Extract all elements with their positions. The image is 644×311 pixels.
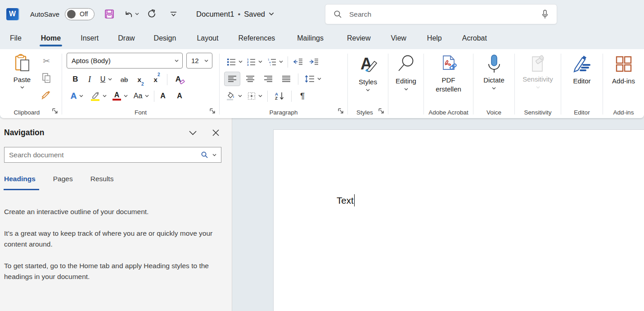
tab-design[interactable]: Design bbox=[147, 30, 183, 48]
chevron-down-icon bbox=[189, 131, 197, 135]
addins-group-label: Add-ins bbox=[603, 109, 644, 116]
pdf-label-line1: PDF bbox=[441, 76, 455, 84]
numbering-button[interactable]: 1 2 3 bbox=[244, 55, 264, 69]
clear-formatting-button[interactable]: A bbox=[170, 72, 187, 87]
dictate-microphone-icon bbox=[487, 54, 501, 75]
app-search-bar[interactable] bbox=[325, 4, 557, 24]
nav-paragraph: It’s a great way to keep track of where … bbox=[4, 228, 221, 250]
multilevel-chevron-icon bbox=[279, 60, 283, 63]
font-size-combo[interactable]: 12 bbox=[186, 53, 212, 69]
tab-insert[interactable]: Insert bbox=[74, 30, 105, 48]
font-color-button[interactable]: A bbox=[110, 89, 131, 103]
change-case-button[interactable]: Aa bbox=[131, 89, 152, 103]
styles-dialog-launcher[interactable] bbox=[378, 108, 385, 114]
document-title[interactable]: Document1 • Saved bbox=[196, 10, 274, 18]
undo-button[interactable] bbox=[121, 6, 141, 22]
ribbon-group-paragraph: 1 2 3 1 a i bbox=[220, 49, 347, 118]
tab-mailings[interactable]: Mailings bbox=[290, 30, 330, 48]
align-center-button[interactable] bbox=[242, 72, 258, 86]
navigation-collapse-button[interactable] bbox=[188, 128, 197, 137]
underline-button[interactable]: U bbox=[97, 72, 116, 87]
navigation-search-box[interactable] bbox=[4, 147, 221, 163]
font-dialog-launcher[interactable] bbox=[209, 108, 216, 114]
editor-icon bbox=[572, 54, 592, 74]
align-center-icon bbox=[246, 75, 255, 82]
borders-button[interactable] bbox=[244, 89, 265, 103]
tab-references[interactable]: References bbox=[231, 30, 282, 48]
line-spacing-button[interactable] bbox=[302, 72, 324, 86]
bold-button[interactable]: B bbox=[68, 72, 82, 87]
nav-tab-pages[interactable]: Pages bbox=[53, 175, 73, 190]
dictate-chevron-icon bbox=[492, 87, 496, 90]
styles-icon: A bbox=[358, 54, 378, 75]
shading-button[interactable] bbox=[223, 89, 244, 103]
pilcrow-glyph: ¶ bbox=[300, 91, 305, 101]
multilevel-list-button[interactable]: 1 a i bbox=[265, 55, 285, 69]
italic-button[interactable]: I bbox=[83, 72, 96, 87]
strikethrough-button[interactable]: ab bbox=[116, 72, 132, 87]
addins-button[interactable]: Add-ins bbox=[603, 49, 644, 118]
navigation-pane-title: Navigation bbox=[4, 128, 44, 137]
tab-review[interactable]: Review bbox=[340, 30, 377, 48]
tab-view[interactable]: View bbox=[384, 30, 413, 48]
text-effects-icon: A bbox=[71, 91, 77, 101]
microphone-icon[interactable] bbox=[541, 9, 549, 19]
editing-button[interactable]: Editing bbox=[388, 49, 423, 118]
sort-button[interactable]: A Z bbox=[270, 89, 289, 103]
format-painter-button[interactable] bbox=[40, 89, 53, 101]
customize-quick-access-button[interactable] bbox=[166, 6, 181, 22]
shrink-font-button[interactable]: A bbox=[173, 89, 189, 103]
ribbon-group-editing: Editing bbox=[388, 49, 423, 118]
editor-button[interactable]: Editor bbox=[561, 49, 603, 118]
align-left-button[interactable] bbox=[224, 72, 240, 86]
document-search-input[interactable] bbox=[9, 151, 201, 159]
tab-file[interactable]: File bbox=[3, 30, 28, 48]
word-logo-icon[interactable]: W bbox=[6, 8, 18, 20]
subscript-button[interactable]: x2 bbox=[133, 72, 149, 87]
dictate-button[interactable]: Dictate bbox=[473, 49, 514, 118]
title-bar: W AutoSave Off Document1 • Sa bbox=[0, 0, 644, 28]
justify-button[interactable] bbox=[278, 72, 294, 86]
grow-font-button[interactable]: A bbox=[157, 89, 173, 103]
highlight-button[interactable] bbox=[88, 89, 109, 103]
pdf-erstellen-button[interactable]: PDF erstellen bbox=[424, 49, 473, 118]
change-case-glyph: Aa bbox=[134, 92, 143, 100]
search-document-icon[interactable] bbox=[201, 151, 208, 159]
document-text-line[interactable]: Text bbox=[337, 194, 355, 206]
nav-tab-headings[interactable]: Headings bbox=[4, 175, 36, 190]
save-button[interactable] bbox=[102, 6, 117, 22]
tab-home[interactable]: Home bbox=[34, 30, 68, 48]
document-page[interactable]: Text bbox=[273, 129, 644, 311]
font-name-combo[interactable]: Aptos (Body) bbox=[67, 53, 183, 69]
nav-paragraph: To get started, go to the Home tab and a… bbox=[4, 261, 221, 282]
subscript-glyph: x bbox=[138, 76, 141, 83]
navigation-pane: Navigation Headings bbox=[0, 118, 232, 311]
search-options-chevron-icon[interactable] bbox=[212, 154, 216, 156]
numbering-icon: 1 2 3 bbox=[247, 58, 256, 66]
undo-icon bbox=[123, 9, 135, 19]
show-hide-pilcrow-button[interactable]: ¶ bbox=[294, 89, 311, 103]
tab-help[interactable]: Help bbox=[420, 30, 449, 48]
copy-button[interactable] bbox=[40, 72, 53, 84]
nav-tab-results[interactable]: Results bbox=[90, 175, 114, 190]
scissors-icon: ✂ bbox=[43, 56, 50, 66]
autosave-toggle[interactable]: Off bbox=[65, 8, 95, 20]
search-input[interactable] bbox=[349, 10, 541, 18]
clipboard-dialog-launcher[interactable] bbox=[52, 108, 59, 114]
text-effects-button[interactable]: A bbox=[67, 89, 87, 103]
bullets-button[interactable] bbox=[225, 55, 244, 69]
navigation-close-button[interactable] bbox=[211, 128, 220, 137]
increase-indent-button[interactable] bbox=[306, 55, 321, 69]
tab-acrobat[interactable]: Acrobat bbox=[455, 30, 494, 48]
navigation-tabs: Headings Pages Results bbox=[4, 175, 232, 190]
undo-menu-chevron-icon bbox=[135, 13, 139, 15]
align-right-button[interactable] bbox=[260, 72, 276, 86]
tab-draw[interactable]: Draw bbox=[111, 30, 141, 48]
tab-layout[interactable]: Layout bbox=[190, 30, 225, 48]
paste-button[interactable]: Paste bbox=[9, 54, 35, 89]
superscript-button[interactable]: x2 bbox=[149, 72, 165, 87]
decrease-indent-button[interactable] bbox=[290, 55, 306, 69]
cut-button[interactable]: ✂ bbox=[40, 55, 53, 67]
align-right-icon bbox=[264, 75, 273, 82]
redo-button[interactable] bbox=[144, 6, 159, 22]
